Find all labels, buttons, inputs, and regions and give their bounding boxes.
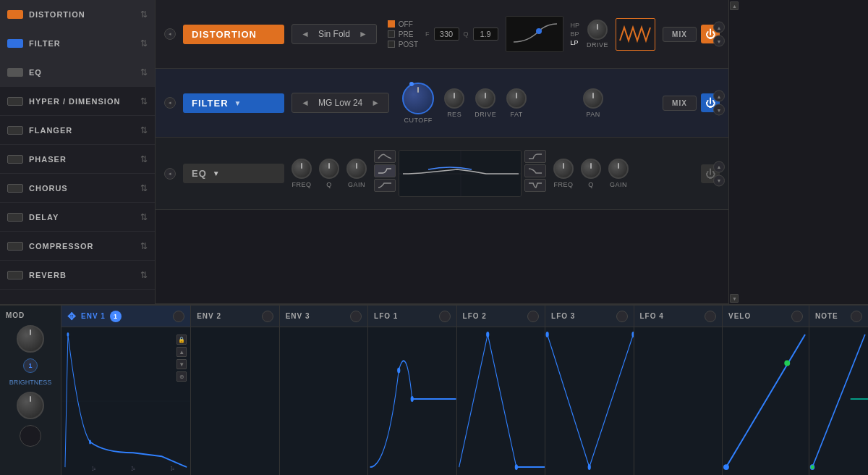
env3-circle-btn[interactable] (350, 311, 362, 322)
env1-label: ENV 1 (81, 312, 106, 320)
lfo4-circle-btn[interactable] (705, 311, 716, 322)
svg-rect-13 (191, 327, 278, 475)
dist-right-col-btns: ▲ ▼ (713, 22, 725, 47)
dist-freq-area: F 330 Q 1.9 (425, 28, 498, 41)
dist-right-btn-up[interactable]: ▲ (713, 22, 725, 33)
lfo1-circle-btn[interactable] (439, 311, 451, 322)
note-circle-btn[interactable] (851, 311, 862, 322)
sidebar-item-compressor[interactable]: COMPRESSOR ⇅ (0, 232, 155, 261)
sidebar-item-flanger[interactable]: FLANGER ⇅ (0, 116, 155, 145)
sidebar-item-delay[interactable]: DELAY ⇅ (0, 203, 155, 232)
hp-option[interactable]: HP (571, 22, 580, 29)
sidebar-item-left-hyper: HYPER / DIMENSION (7, 97, 120, 106)
filter-name-btn[interactable]: FILTER ▼ (183, 93, 284, 113)
filter-mix-btn[interactable]: MIX (663, 96, 697, 111)
dist-q-value[interactable]: 1.9 (473, 28, 498, 41)
scrollbar-down-btn[interactable]: ▼ (730, 294, 739, 303)
eq-q2-label: Q (588, 181, 594, 188)
dist-right-btn-down[interactable]: ▼ (713, 35, 725, 47)
eq-q1-container: Q (319, 159, 339, 188)
velo-circle-btn[interactable] (791, 311, 803, 322)
eq-type-bell[interactable] (374, 150, 396, 163)
distortion-row-expand[interactable]: ◂ (164, 28, 176, 40)
env1-scroll-down-btn[interactable]: ▼ (176, 359, 187, 369)
filter-algo-prev[interactable]: ◄ (298, 96, 312, 109)
cb-post-label: POST (399, 41, 418, 49)
filter-right-btn-down[interactable]: ▼ (713, 104, 725, 116)
distortion-algo-next[interactable]: ► (356, 28, 370, 41)
distortion-algo-prev[interactable]: ◄ (298, 28, 312, 41)
scrollbar-up-btn[interactable]: ▲ (730, 1, 739, 10)
dist-freq-value[interactable]: 330 (434, 28, 459, 41)
eq-curve-display (399, 150, 522, 197)
mod-knob-1[interactable] (17, 325, 44, 353)
distortion-name-btn[interactable]: DISTORTION (183, 25, 284, 44)
filter-pan-knob[interactable] (583, 88, 603, 109)
eq-type-notch[interactable] (524, 179, 546, 192)
sidebar-item-left-phaser: PHASER (7, 155, 67, 164)
eq-q2-knob[interactable] (581, 159, 601, 179)
svg-point-22 (546, 332, 549, 337)
chorus-arrows: ⇅ (140, 183, 148, 193)
eq-name-btn[interactable]: EQ ▼ (183, 164, 284, 183)
filter-row-expand[interactable]: ◂ (164, 97, 176, 109)
env3-section: ENV 3 (280, 306, 368, 475)
env1-scroll-up-btn[interactable]: ▲ (176, 347, 187, 357)
filter-pan-container: PAN (583, 88, 603, 118)
dist-drive-knob[interactable] (587, 20, 608, 40)
filter-res-knob[interactable] (444, 88, 464, 109)
lfo3-circle-btn[interactable] (616, 311, 628, 322)
eq-right-btn-up[interactable]: ▲ (713, 161, 725, 172)
sidebar-item-hyper[interactable]: HYPER / DIMENSION ⇅ (0, 87, 155, 116)
eq-type-shelf-hi[interactable] (524, 150, 546, 163)
filter-algo-next[interactable]: ► (368, 96, 383, 109)
eq-dropdown-arrow: ▼ (213, 169, 221, 177)
filter-drive-knob[interactable] (475, 88, 495, 109)
note-header: NOTE (809, 306, 868, 327)
filter-drive-label: DRIVE (475, 111, 496, 118)
filter-right-btn-up[interactable]: ▲ (713, 91, 725, 102)
velo-header: VELO (723, 306, 809, 327)
mod-knob-2[interactable] (17, 392, 44, 419)
eq-row-expand[interactable]: ◂ (164, 168, 176, 180)
env1-circle-btn[interactable] (173, 311, 184, 322)
env1-zoom-btn[interactable]: ⊕ (176, 371, 187, 382)
filter-arrows: ⇅ (140, 38, 148, 49)
cb-pre[interactable] (388, 30, 395, 38)
sidebar-item-phaser[interactable]: PHASER ⇅ (0, 145, 155, 174)
eq-type-lp[interactable] (524, 164, 546, 177)
sidebar-label-reverb: REVERB (29, 271, 67, 279)
sidebar-item-distortion[interactable]: DISTORTION ⇅ (0, 0, 155, 29)
eq-right-btn-down[interactable]: ▼ (713, 175, 725, 186)
env1-lock-btn[interactable]: 🔒 (176, 335, 187, 345)
delay-indicator (7, 213, 23, 222)
eq-type-hp[interactable] (374, 179, 396, 192)
eq-q1-knob[interactable] (319, 159, 339, 179)
lp-option[interactable]: LP (571, 39, 580, 46)
lfo4-label: LFO 4 (640, 312, 664, 320)
cb-post[interactable] (388, 41, 395, 48)
svg-point-19 (486, 332, 489, 337)
dist-freq-f-label: F (425, 30, 430, 38)
sidebar-item-eq[interactable]: EQ ⇅ (0, 58, 155, 87)
lfo1-canvas (368, 327, 456, 475)
filter-cutoff-label: CUTOFF (404, 117, 432, 124)
sidebar-item-chorus[interactable]: CHORUS ⇅ (0, 174, 155, 203)
env1-move-icon[interactable]: ✥ (67, 311, 77, 322)
eq-gain2-knob[interactable] (608, 159, 629, 179)
cb-off[interactable] (388, 20, 395, 28)
eq-freq2-knob[interactable] (553, 159, 574, 179)
sidebar-item-filter[interactable]: FILTER ⇅ (0, 29, 155, 58)
bp-option[interactable]: BP (571, 30, 580, 38)
filter-cutoff-container: CUTOFF (402, 83, 434, 124)
top-section: DISTORTION ⇅ FILTER ⇅ EQ ⇅ (0, 0, 868, 304)
filter-cutoff-knob[interactable] (402, 83, 434, 114)
dist-mix-btn[interactable]: MIX (663, 27, 697, 42)
eq-freq1-knob[interactable] (292, 159, 312, 179)
eq-gain1-knob[interactable] (346, 159, 367, 179)
lfo2-circle-btn[interactable] (527, 311, 539, 322)
eq-type-shelf-lo[interactable] (374, 164, 396, 177)
filter-fat-knob[interactable] (506, 88, 527, 109)
env2-circle-btn[interactable] (262, 311, 273, 322)
sidebar-item-reverb[interactable]: REVERB ⇅ (0, 261, 155, 290)
